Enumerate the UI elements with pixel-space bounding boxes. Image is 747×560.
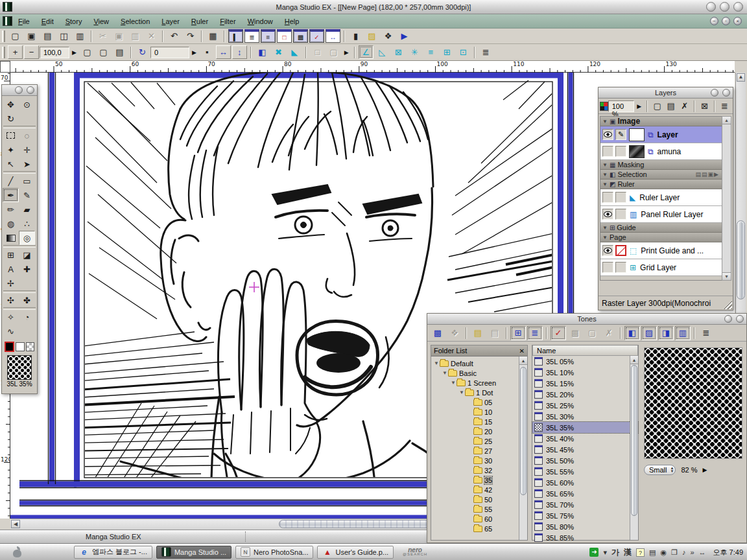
tone-folder-32[interactable]: 32 (431, 465, 527, 475)
layer-row[interactable]: ⊞Grid Layer (600, 259, 722, 276)
scroll-left-arrow[interactable]: ◀ (11, 520, 20, 528)
tone-folder-35[interactable]: 35 (431, 475, 527, 485)
ruler-grid-button[interactable]: ⊡ (456, 45, 471, 59)
selection-mode-button[interactable]: □ (310, 45, 325, 59)
vertical-scroll-thumb[interactable] (737, 220, 745, 299)
menu-window[interactable]: Window (242, 16, 279, 27)
eyedropper-tool[interactable]: ✢ (3, 276, 19, 290)
layer-row[interactable]: ⧉amuna (600, 143, 722, 160)
page-list-button[interactable]: ▤ (112, 45, 127, 59)
layer-visibility-checkbox[interactable] (602, 262, 613, 273)
transparent-color-swatch[interactable] (26, 342, 34, 351)
tone-list-scrollbar[interactable]: ▲ (630, 356, 638, 540)
magic-wand-tool[interactable]: ✦ (3, 143, 19, 157)
undo-button[interactable]: ↶ (167, 29, 182, 43)
object-selector-tool[interactable]: ↖ (3, 157, 19, 171)
tone-folder-15[interactable]: 15 (431, 417, 527, 426)
task-button-pdf[interactable]: ▲User's Guide.p... (317, 546, 394, 559)
window-close-button[interactable] (733, 2, 743, 12)
tone-item[interactable]: 35L 40% (532, 433, 638, 444)
lasso-tool[interactable]: ◌ (19, 128, 35, 143)
task-button-ms[interactable]: Manga Studio ... (156, 546, 231, 559)
tone-folder-27[interactable]: 27 (431, 446, 527, 456)
flip-horizontal-button[interactable]: ↔ (216, 45, 231, 59)
zoom-menu-arrow[interactable]: ▶ (69, 49, 79, 56)
tone-folder-10[interactable]: 10 (431, 407, 527, 417)
tone-folder-65[interactable]: 65 (431, 524, 527, 533)
show-detail-view-button[interactable]: ▥ (675, 326, 691, 340)
ruler-guide-button[interactable]: ⊞ (440, 45, 455, 59)
curve-ruler-tool[interactable]: ∿ (3, 324, 19, 338)
rotate-view-button[interactable]: ↻ (135, 45, 150, 59)
snap-ruler-button[interactable]: ◣ (287, 45, 302, 59)
tone-folder-default[interactable]: ▼Default (431, 358, 527, 368)
tone-item[interactable]: 35L 80% (532, 521, 638, 532)
tone-folder-basic[interactable]: ▼Basic (431, 368, 527, 378)
toolbar-menu-button[interactable]: ≣ (479, 45, 493, 59)
rotate-value-field[interactable]: 0 (150, 47, 189, 58)
layer-section-page[interactable]: ▼Page (600, 233, 722, 242)
tone-item[interactable]: 35L 35% (532, 422, 638, 433)
show-tools-window-button[interactable]: ▍ (228, 29, 243, 43)
hand-tool[interactable]: ✥ (3, 97, 19, 111)
layers-menu-button[interactable]: ≣ (718, 100, 731, 113)
print-button[interactable]: ▦ (206, 29, 220, 43)
document-restore-button[interactable]: ▫ (722, 17, 730, 25)
tone-tool[interactable]: ◎ (19, 231, 35, 245)
layer-draw-checkbox[interactable] (615, 262, 626, 273)
smudge-tool[interactable]: ✣ (3, 293, 19, 307)
menu-help[interactable]: Help (279, 16, 305, 27)
preview-size-select[interactable]: Small ▲▼ (644, 465, 676, 475)
layer-section-image[interactable]: ▼▣Image (600, 117, 722, 126)
section-collapse-icon[interactable]: ▼ (602, 119, 608, 124)
copy-button[interactable]: ▣ (112, 29, 126, 43)
tones-menu-button[interactable]: ≣ (698, 326, 714, 340)
layer-opacity-field[interactable]: 100 % (608, 100, 635, 112)
ruler-parallel-lines-button[interactable]: ≡ (423, 45, 438, 59)
tone-folder-1-screen[interactable]: ▼1 Screen (431, 378, 527, 388)
gradient-tool[interactable] (3, 231, 19, 245)
selection-menu-arrow[interactable]: ▶ (342, 49, 351, 56)
section-collapse-icon[interactable]: ▼ (602, 172, 608, 178)
layers-panel-close-button[interactable] (722, 89, 730, 97)
show-layers-window-button[interactable]: ≡ (261, 29, 276, 43)
paste-button[interactable]: ▥ (128, 29, 143, 43)
move-tool[interactable]: ✛ (19, 143, 35, 157)
layers-panel-titlebar[interactable]: Layers (599, 88, 733, 99)
lock-layer-button[interactable]: ⊠ (698, 100, 711, 113)
ruler-pen-tool[interactable]: ✧ (3, 310, 19, 324)
start-button[interactable] (10, 546, 25, 559)
layer-visibility-checkbox[interactable] (602, 146, 613, 157)
layer-row[interactable]: ⬚Print Guide and ... (600, 242, 722, 259)
shape-tool[interactable]: ▭ (19, 174, 35, 188)
tone-check-button[interactable]: ✓ (551, 326, 566, 340)
folder-up-button[interactable]: ▤ (470, 326, 486, 340)
tones-panel-close-button[interactable] (736, 315, 744, 323)
tree-expand-icon[interactable]: ▼ (459, 390, 465, 395)
layers-scrollbar[interactable]: ▲ ▼ (722, 116, 731, 281)
tone-folder-55[interactable]: 55 (431, 504, 527, 514)
snap-page-button[interactable]: ◧ (255, 45, 270, 59)
layer-draw-checkbox[interactable] (615, 209, 626, 220)
tools-palette-titlebar[interactable] (2, 85, 37, 96)
tone-pattern-button[interactable]: ▩ (567, 326, 583, 340)
tools-palette-collapse-button[interactable] (15, 86, 23, 94)
foreground-color-swatch[interactable] (5, 342, 14, 352)
layer-section-masking[interactable]: ▼▦Masking (600, 160, 722, 170)
materials-button[interactable]: ▮ (348, 29, 363, 43)
menu-view[interactable]: View (88, 16, 115, 27)
tone-folder-30[interactable]: 30 (431, 456, 527, 465)
show-navigator-window-button[interactable]: □ (277, 29, 292, 43)
pen-tool[interactable]: ✒ (3, 188, 19, 202)
delete-layer-button[interactable]: ✗ (678, 100, 691, 113)
tone-item[interactable]: 35L 05% (532, 356, 638, 367)
layer-section-selection[interactable]: ▼◧Selection▤▤▣▶ (600, 170, 722, 180)
tree-expand-icon[interactable]: ▼ (434, 360, 440, 366)
connection-tray-icon[interactable]: ↔ (699, 548, 706, 556)
display-tray-icon[interactable]: ▤ (649, 548, 656, 557)
tone-item[interactable]: 35L 20% (532, 389, 638, 400)
folder-list-scrollbar[interactable]: ▲ (519, 356, 527, 540)
layer-visibility-checkbox[interactable] (602, 129, 613, 140)
tone-folder-25[interactable]: 25 (431, 436, 527, 446)
ruler-pen-snap-button[interactable]: ∠ (359, 45, 374, 59)
